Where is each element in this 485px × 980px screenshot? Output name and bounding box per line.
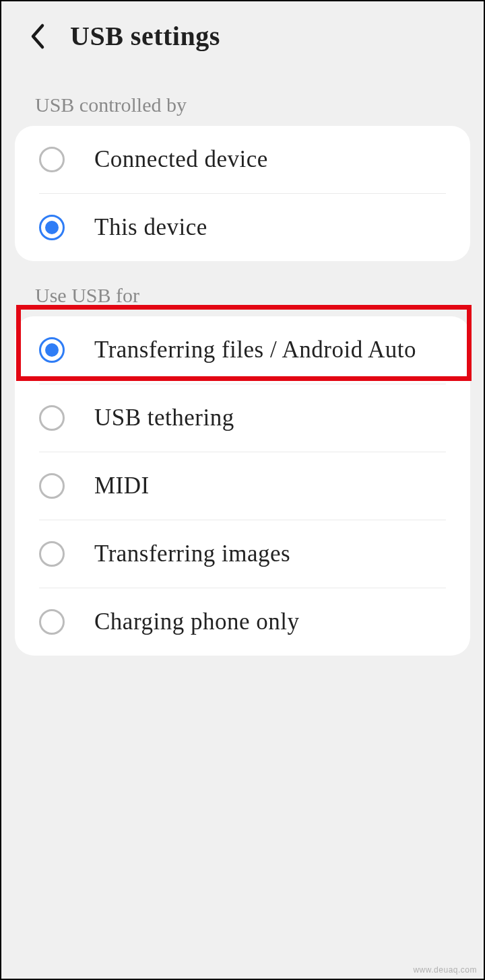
radio-icon — [39, 215, 65, 240]
option-transferring-images[interactable]: Transferring images — [15, 520, 470, 588]
option-midi[interactable]: MIDI — [15, 452, 470, 520]
option-label: Connected device — [94, 146, 268, 173]
back-icon[interactable] — [30, 23, 47, 50]
radio-icon — [39, 405, 65, 431]
radio-icon — [39, 147, 65, 172]
option-connected-device[interactable]: Connected device — [15, 126, 470, 193]
option-label: This device — [94, 214, 207, 241]
watermark: www.deuaq.com — [413, 965, 477, 975]
radio-icon — [39, 541, 65, 567]
card-use-for: Transferring files / Android Auto USB te… — [15, 316, 470, 656]
option-transferring-files[interactable]: Transferring files / Android Auto — [15, 316, 470, 384]
header: USB settings — [1, 1, 484, 71]
section-label-controlled-by: USB controlled by — [1, 71, 484, 126]
radio-icon — [39, 473, 65, 499]
page-title: USB settings — [70, 20, 220, 52]
radio-icon — [39, 337, 65, 363]
option-usb-tethering[interactable]: USB tethering — [15, 384, 470, 452]
option-charging-only[interactable]: Charging phone only — [15, 588, 470, 656]
option-this-device[interactable]: This device — [15, 194, 470, 261]
option-label: Transferring images — [94, 540, 290, 567]
option-label: Charging phone only — [94, 608, 299, 635]
radio-icon — [39, 609, 65, 635]
option-label: USB tethering — [94, 405, 234, 431]
card-controlled-by: Connected device This device — [15, 126, 470, 261]
section-label-use-for: Use USB for — [1, 261, 484, 316]
option-label: MIDI — [94, 473, 150, 499]
option-label: Transferring files / Android Auto — [94, 337, 416, 363]
